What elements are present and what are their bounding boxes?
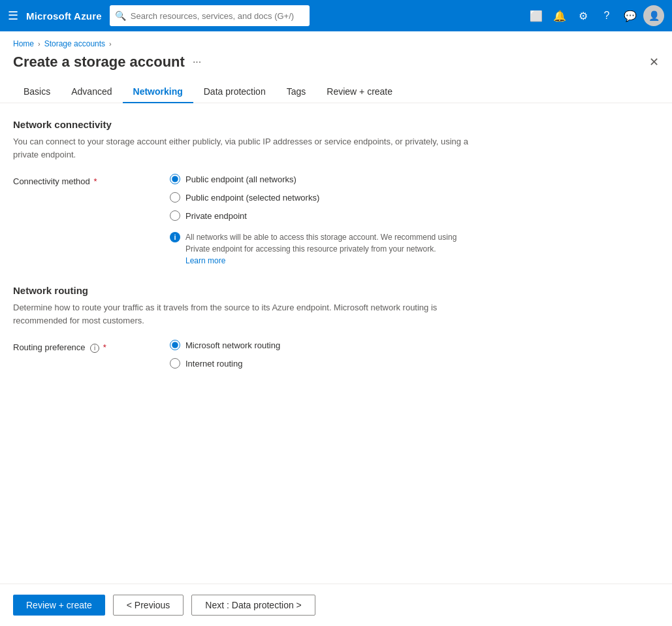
page-header: Create a storage account ··· ✕ bbox=[0, 48, 672, 71]
radio-public-selected-input[interactable] bbox=[170, 192, 180, 203]
connectivity-options: Public endpoint (all networks) Public en… bbox=[170, 174, 457, 267]
radio-public-all-label: Public endpoint (all networks) bbox=[185, 174, 296, 184]
breadcrumb-storage-accounts[interactable]: Storage accounts bbox=[44, 39, 105, 48]
radio-private-endpoint-label: Private endpoint bbox=[185, 211, 247, 221]
search-icon: 🔍 bbox=[115, 10, 126, 21]
page-menu-icon[interactable]: ··· bbox=[193, 56, 201, 68]
connectivity-info-text: All networks will be able to access this… bbox=[185, 231, 457, 267]
connectivity-method-row: Connectivity method * Public endpoint (a… bbox=[13, 174, 659, 267]
tab-networking[interactable]: Networking bbox=[123, 81, 193, 103]
azure-logo: Microsoft Azure bbox=[26, 10, 102, 22]
nav-icons: ⬜ 🔔 ⚙ ? 💬 👤 bbox=[526, 5, 664, 26]
radio-private-endpoint[interactable]: Private endpoint bbox=[170, 210, 457, 221]
routing-options: Microsoft network routing Internet routi… bbox=[170, 340, 280, 369]
breadcrumb-sep-1: › bbox=[38, 40, 40, 48]
radio-public-selected[interactable]: Public endpoint (selected networks) bbox=[170, 192, 457, 203]
tab-basics[interactable]: Basics bbox=[13, 81, 61, 103]
network-connectivity-title: Network connectivity bbox=[13, 119, 659, 130]
radio-public-all-input[interactable] bbox=[170, 174, 180, 184]
required-star: * bbox=[91, 176, 97, 186]
routing-required-star: * bbox=[103, 342, 106, 352]
radio-internet-routing-label: Internet routing bbox=[185, 359, 242, 369]
notifications-icon[interactable]: 🔔 bbox=[549, 5, 570, 26]
connectivity-method-label: Connectivity method * bbox=[13, 174, 170, 186]
tab-advanced[interactable]: Advanced bbox=[61, 81, 122, 103]
network-connectivity-section: Network connectivity You can connect to … bbox=[13, 119, 659, 267]
connectivity-info-box: i All networks will be able to access th… bbox=[170, 231, 457, 267]
portal-icon[interactable]: ⬜ bbox=[526, 5, 547, 26]
learn-more-link[interactable]: Learn more bbox=[185, 256, 225, 265]
radio-ms-routing[interactable]: Microsoft network routing bbox=[170, 340, 280, 350]
radio-ms-routing-input[interactable] bbox=[170, 340, 180, 350]
network-routing-title: Network routing bbox=[13, 285, 659, 296]
radio-internet-routing-input[interactable] bbox=[170, 358, 180, 369]
radio-private-endpoint-input[interactable] bbox=[170, 210, 180, 221]
breadcrumb: Home › Storage accounts › bbox=[0, 31, 672, 48]
feedback-icon[interactable]: 💬 bbox=[620, 5, 641, 26]
network-connectivity-desc: You can connect to your storage account … bbox=[13, 135, 470, 161]
tab-data-protection[interactable]: Data protection bbox=[193, 81, 276, 103]
radio-ms-routing-label: Microsoft network routing bbox=[185, 340, 280, 350]
search-wrapper: 🔍 bbox=[110, 5, 310, 26]
network-routing-section: Network routing Determine how to route y… bbox=[13, 285, 659, 369]
tab-tags[interactable]: Tags bbox=[276, 81, 317, 103]
network-routing-desc: Determine how to route your traffic as i… bbox=[13, 301, 470, 327]
routing-preference-row: Routing preference i * Microsoft network… bbox=[13, 340, 659, 369]
page-title: Create a storage account bbox=[13, 54, 185, 71]
routing-preference-label: Routing preference i * bbox=[13, 340, 170, 353]
radio-internet-routing[interactable]: Internet routing bbox=[170, 358, 280, 369]
top-navigation: ☰ Microsoft Azure 🔍 ⬜ 🔔 ⚙ ? 💬 👤 bbox=[0, 0, 672, 31]
info-icon: i bbox=[170, 232, 180, 242]
hamburger-menu-icon[interactable]: ☰ bbox=[8, 8, 18, 23]
close-icon[interactable]: ✕ bbox=[649, 55, 659, 69]
main-content: Network connectivity You can connect to … bbox=[0, 103, 672, 395]
tooltip-icon[interactable]: i bbox=[90, 344, 99, 353]
help-icon[interactable]: ? bbox=[596, 5, 617, 26]
breadcrumb-sep-2: › bbox=[109, 40, 112, 48]
tab-review-create[interactable]: Review + create bbox=[316, 81, 403, 103]
user-avatar[interactable]: 👤 bbox=[643, 5, 664, 26]
tab-bar: Basics Advanced Networking Data protecti… bbox=[0, 71, 672, 103]
radio-public-all[interactable]: Public endpoint (all networks) bbox=[170, 174, 457, 184]
search-input[interactable] bbox=[110, 5, 310, 26]
radio-public-selected-label: Public endpoint (selected networks) bbox=[185, 193, 319, 203]
settings-icon[interactable]: ⚙ bbox=[573, 5, 594, 26]
breadcrumb-home[interactable]: Home bbox=[13, 39, 34, 48]
